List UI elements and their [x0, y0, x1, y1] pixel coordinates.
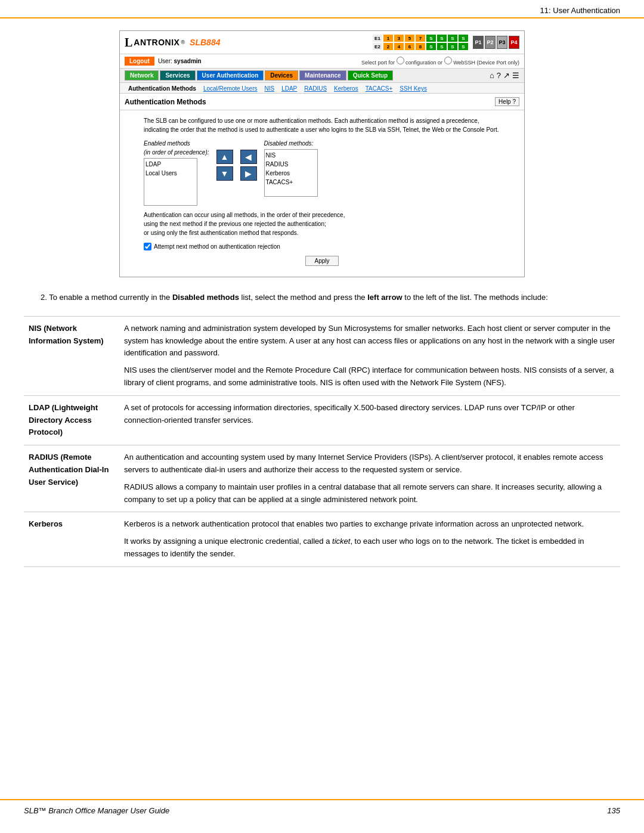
disabled-method-tacacs: TACACS+ — [266, 178, 316, 187]
disabled-methods-list[interactable]: NIS RADIUS Kerberos TACACS+ — [264, 149, 318, 197]
ui-main-content: The SLB can be configured to use one or … — [120, 110, 524, 277]
table-row-ldap: LDAP (Lightweight Directory Access Proto… — [24, 395, 620, 445]
intro-text: The SLB can be configured to use one or … — [144, 116, 500, 134]
disabled-methods-col: Disabled methods: NIS RADIUS Kerberos TA… — [264, 139, 318, 197]
disabled-method-radius: RADIUS — [266, 160, 316, 169]
port-s7: S — [448, 43, 457, 50]
user-label: User: sysadmin — [158, 58, 202, 64]
table-row-radius: RADIUS (Remote Authentication Dial-In Us… — [24, 445, 620, 512]
step2-bold1: Disabled methods — [172, 293, 239, 302]
nav-user-auth[interactable]: User Authentication — [197, 70, 264, 80]
apply-button[interactable]: Apply — [305, 256, 338, 266]
disabled-method-nis: NIS — [266, 151, 316, 160]
page-footer: SLB™ Branch Office Manager User Guide 13… — [0, 799, 644, 821]
port-4: 4 — [394, 43, 404, 50]
port-s1: S — [426, 35, 436, 42]
step-2-text: 2. To enable a method currently in the D… — [41, 292, 620, 304]
term-kerberos: Kerberos — [24, 512, 119, 566]
enabled-method-localusers: Local Users — [145, 169, 196, 178]
description-table: NIS (Network Information System) A netwo… — [24, 316, 620, 567]
port-s2: S — [437, 35, 447, 42]
nav-maintenance[interactable]: Maintenance — [299, 70, 346, 80]
move-right-button[interactable]: ▶ — [240, 166, 257, 181]
device-model: SLB884 — [190, 38, 220, 47]
port-1: 1 — [383, 35, 393, 42]
nav-devices[interactable]: Devices — [265, 70, 298, 80]
username-display: sysadmin — [174, 58, 202, 64]
navbar-icons: ⌂ ? ↗ ☰ — [490, 70, 519, 80]
move-up-button[interactable]: ▲ — [216, 150, 233, 164]
webssh-radio[interactable] — [444, 57, 452, 64]
help-button[interactable]: Help ? — [495, 97, 519, 106]
move-left-button[interactable]: ◀ — [240, 150, 257, 164]
select-port-area: Select port for configuration or WebSSH … — [361, 57, 519, 66]
bottom-note: Authentication can occur using all metho… — [144, 210, 500, 237]
ui-logo: L ANTRONIX ® SLB884 — [125, 36, 220, 49]
transfer-arrows: ◀ ▶ — [240, 150, 257, 181]
tab-kerberos[interactable]: Kerberos — [330, 84, 362, 93]
tab-ldap[interactable]: LDAP — [278, 84, 301, 93]
enabled-methods-col: Enabled methods(in order of precedence):… — [144, 139, 209, 206]
checkbox-row: Attempt next method on authentication re… — [144, 242, 500, 251]
disabled-label: Disabled methods: — [264, 139, 318, 148]
home-icon[interactable]: ⌂ — [490, 71, 494, 80]
footer-left: SLB™ Branch Office Manager User Guide — [24, 806, 169, 815]
ui-topbar: L ANTRONIX ® SLB884 E1 1 3 5 7 S S — [120, 31, 524, 54]
desc-ldap: A set of protocols for accessing informa… — [119, 395, 620, 445]
step2-bold2: left arrow — [367, 293, 402, 302]
page-header: 11: User Authentication — [0, 0, 644, 18]
port-7: 7 — [416, 35, 425, 42]
methods-area: Enabled methods(in order of precedence):… — [144, 139, 500, 206]
tab-nis[interactable]: NIS — [261, 84, 278, 93]
move-down-button[interactable]: ▼ — [216, 166, 233, 181]
port-row-2: E2 2 4 6 8 S S S S — [373, 43, 468, 50]
tab-radius[interactable]: RADIUS — [301, 84, 330, 93]
desc-kerberos: Kerberos is a network authentication pro… — [119, 512, 620, 566]
apply-row: Apply — [144, 256, 500, 266]
port-3: 3 — [394, 35, 404, 42]
enabled-methods-list[interactable]: LDAP Local Users — [144, 158, 197, 206]
ui-screenshot: L ANTRONIX ® SLB884 E1 1 3 5 7 S S — [119, 30, 525, 277]
enabled-label: Enabled methods(in order of precedence): — [144, 139, 209, 157]
port-row-1: E1 1 3 5 7 S S S S — [373, 35, 468, 42]
lantronix-logo: L ANTRONIX ® — [125, 36, 185, 49]
nav-network[interactable]: Network — [125, 70, 159, 80]
p1-button[interactable]: P1 — [473, 36, 484, 49]
step2-before: To enable a method currently in the — [49, 293, 172, 302]
port-5: 5 — [405, 35, 414, 42]
nav-quick-setup[interactable]: Quick Setup — [348, 70, 393, 80]
footer-page-number: 135 — [607, 806, 620, 815]
port-s8: S — [459, 43, 468, 50]
p3-button[interactable]: P3 — [497, 36, 507, 49]
port-8: 8 — [416, 43, 425, 50]
content-title: Authentication Methods — [125, 98, 206, 106]
logout-icon[interactable]: ↗ — [503, 71, 510, 80]
term-ldap: LDAP (Lightweight Directory Access Proto… — [24, 395, 119, 445]
port-s4: S — [459, 35, 468, 42]
ui-logout-bar: Logout User: sysadmin Select port for co… — [120, 54, 524, 69]
tab-ssh-keys[interactable]: SSH Keys — [396, 84, 431, 93]
table-row-kerberos: Kerberos Kerberos is a network authentic… — [24, 512, 620, 566]
attempt-next-method-checkbox[interactable] — [144, 243, 151, 250]
tab-auth-methods[interactable]: Authentication Methods — [125, 84, 200, 93]
menu-icon[interactable]: ☰ — [512, 71, 519, 80]
port-e1-label: E1 — [373, 35, 382, 42]
desc-nis: A network naming and administration syst… — [119, 316, 620, 395]
port-s6: S — [437, 43, 447, 50]
updown-arrows: ▲ ▼ — [216, 150, 233, 181]
checkbox-label: Attempt next method on authentication re… — [154, 242, 280, 251]
nav-services[interactable]: Services — [160, 70, 195, 80]
p-buttons: P1 P2 P3 P4 — [473, 36, 519, 49]
config-radio[interactable] — [397, 57, 404, 64]
port-s5: S — [426, 43, 436, 50]
disabled-method-kerberos: Kerberos — [266, 169, 316, 178]
tab-local-remote[interactable]: Local/Remote Users — [200, 84, 261, 93]
logout-button[interactable]: Logout — [125, 57, 154, 66]
term-radius: RADIUS (Remote Authentication Dial-In Us… — [24, 445, 119, 512]
step2-after2: to the left of the list. The methods inc… — [402, 293, 548, 302]
tab-tacacs[interactable]: TACACS+ — [362, 84, 397, 93]
p2-button[interactable]: P2 — [485, 36, 496, 49]
ui-tabbar: Authentication Methods Local/Remote User… — [120, 83, 524, 94]
p4-button[interactable]: P4 — [509, 36, 519, 49]
help-icon[interactable]: ? — [497, 71, 501, 80]
